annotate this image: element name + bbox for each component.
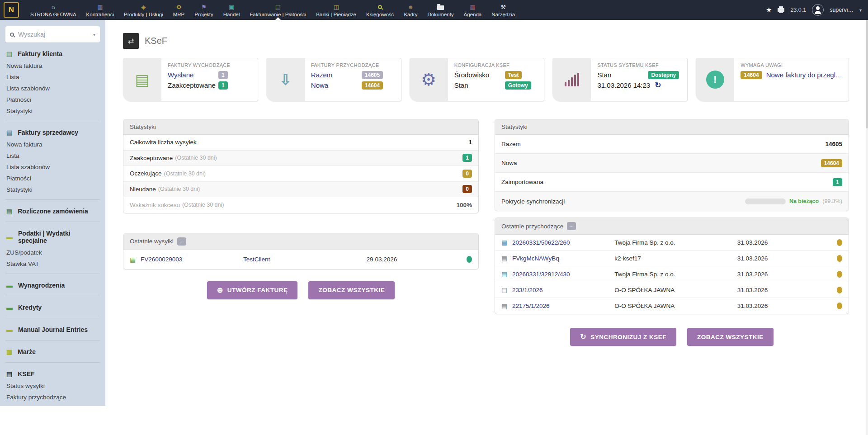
sidebar-item-zus-podatek[interactable]: ZUS/podatek [5,247,100,258]
nav-item-kontrahenci[interactable]: ▦ Kontrahenci [81,0,119,20]
more-options-icon[interactable]: … [177,237,186,246]
alert-circle-icon: ! [706,71,724,89]
count-badge: 14605 [362,71,383,79]
invoice-date: 31.03.2026 [737,271,819,278]
sidebar-item-nowa-faktura[interactable]: Nowa faktura [5,139,100,150]
invoice-number-link[interactable]: FVkgMcNAWyBq [512,255,614,262]
sidebar-section-manual-journal: ▬ Manual Journal Entries [5,325,100,340]
sidebar-item-nowa-faktura[interactable]: Nowa faktura [5,60,100,71]
sidebar-section-ksef: ▤ KSEF Status wysyłki Faktury przychodzą… [5,369,100,406]
page-header: ⇄ KSeF [123,33,849,49]
count-badge: 1 [218,81,228,90]
sidebar-item-lista-szablonow[interactable]: Lista szablonów [5,83,100,94]
sidebar-item-statystyki[interactable]: Statystyki [5,105,100,117]
sidebar-item-platnosci[interactable]: Płatności [5,173,100,184]
sidebar-item-statystyki[interactable]: Statystyki [5,184,100,195]
search-input[interactable] [18,31,89,38]
incoming-column: Statystyki Razem 14605 Nowa 14604 Zaimpo… [495,119,849,346]
bank-icon: ◫ [334,4,339,10]
sidebar-section-title[interactable]: ▬ Podatki | Wydatki specjalne [5,229,100,247]
nowa-link[interactable]: Nowa [311,81,362,89]
create-invoice-button[interactable]: ⊕ UTWÓRZ FAKTURĘ [207,281,298,299]
divider [5,318,100,318]
favorite-star-icon[interactable]: ★ [766,6,772,14]
state-badge: Gotowy [505,81,531,90]
client-name: k2-ksef17 [614,255,737,262]
sidebar-item-faktury-przychodzace[interactable]: Faktury przychodzące [5,392,100,403]
sync-ksef-button[interactable]: ↻ SYNCHRONIZUJ Z KSEF [570,328,676,346]
banknote-icon: ▬ [6,304,13,311]
nav-item-narzedzia[interactable]: ⚒ Narzędzia [486,0,520,20]
nav-item-ksiegowosc[interactable]: Księgowość [361,0,399,20]
invoice-number-link[interactable]: 233/1/2026 [512,287,614,293]
incoming-invoice-row: ▤ 233/1/2026 O-O SPÓŁKA JAWNA 31.03.2026 [495,282,849,298]
sidebar-item-lista[interactable]: Lista [5,150,100,161]
sidebar-item-stawka-vat[interactable]: Stawka VAT [5,258,100,270]
user-menu-chevron-down-icon[interactable]: ▾ [859,8,862,13]
sidebar-section-title[interactable]: ▦ Marże [5,347,100,358]
wyslane-link[interactable]: Wysłane [168,71,218,79]
invoice-number-link[interactable]: 20260331/32912/430 [512,271,614,278]
nav-item-fakturowanie[interactable]: ▤ Fakturowanie | Płatności [245,0,311,20]
card-label: KONFIGURACJA KSEF [454,62,538,68]
sidebar-item-lista-szablonow[interactable]: Lista szablonów [5,161,100,173]
sidebar-section-title[interactable]: ▤ Rozliczone zamówienia [5,207,100,218]
sidebar-section-title[interactable]: ▤ KSEF [5,369,100,380]
user-avatar[interactable] [812,4,824,16]
nav-item-banki[interactable]: ◫ Banki | Pieniądze [311,0,361,20]
nav-item-projekty[interactable]: ⚑ Projekty [189,0,218,20]
stats-incoming-panel: Statystyki Razem 14605 Nowa 14604 Zaimpo… [495,119,849,211]
new-invoices-link[interactable]: Nowe faktury do przegl… [766,71,842,79]
invoice-number-link[interactable]: FV2600029003 [141,256,243,263]
client-link[interactable]: TestClient [243,256,367,263]
stat-row: Oczekujące (Ostatnie 30 dni) 0 [123,166,478,182]
card-label: FAKTURY WYCHODZĄCE [168,62,251,68]
panel-title: Ostatnie przychodzące … [495,218,849,235]
scrollbar[interactable] [866,20,868,435]
divider [5,296,100,296]
sidebar-section-title[interactable]: ▤ Faktury klienta [5,49,100,60]
invoice-date: 29.03.2026 [367,256,449,263]
search-dropdown-caret-icon[interactable]: ▾ [93,32,95,37]
stat-value: 100% [456,202,472,208]
invoice-number-link[interactable]: 22175/1/2026 [512,303,614,309]
invoice-blue-icon: ▤ [501,286,512,293]
sidebar-section-title[interactable]: ▬ Wynagrodzenia [5,281,100,292]
refresh-icon[interactable]: ↻ [655,81,661,89]
nav-item-handel[interactable]: ▣ Handel [218,0,245,20]
nav-item-dokumenty[interactable]: Dokumenty [422,0,458,20]
invoice-blue-icon: ▤ [501,255,512,262]
view-all-outgoing-button[interactable]: ZOBACZ WSZYSTKIE [308,281,395,299]
outgoing-column: Statystyki Całkowita liczba wysyłek 1 Za… [123,119,479,299]
sidebar-section-podatki: ▬ Podatki | Wydatki specjalne ZUS/podate… [5,229,100,274]
more-options-icon[interactable]: … [567,222,576,230]
sidebar-item-lista[interactable]: Lista [5,71,100,83]
nav-item-agenda[interactable]: ▦ Agenda [459,0,487,20]
gear-icon: ⚙ [421,71,436,88]
invoice-number-link[interactable]: 20260331/50622/260 [512,239,614,246]
nav-item-produkty[interactable]: ◈ Produkty | Usługi [119,0,168,20]
sync-status: Na bieżąco [789,198,819,204]
sidebar-item-status-wysylki[interactable]: Status wysyłki [5,380,100,392]
mrp-icon: ⚙ [176,4,182,10]
nav-item-kadry[interactable]: ☻ Kadry [399,0,422,20]
sidebar-item-jak-uzywac[interactable]: Jak używać [5,403,100,406]
sidebar-section-title[interactable]: ▬ Kredyty [5,303,100,314]
printer-icon[interactable] [778,8,784,12]
sidebar-item-platnosci[interactable]: Płatności [5,94,100,105]
invoice-green-icon: ▤ [6,208,12,214]
razem-link[interactable]: Razem [311,71,362,79]
card-wymaga-uwagi: ! WYMAGA UWAGI 14604 Nowe faktury do prz… [696,58,849,101]
version-label: 23.0.1 [790,7,806,13]
app-logo[interactable]: N [4,2,19,18]
stat-value: 14605 [825,141,842,147]
view-all-incoming-button[interactable]: ZOBACZ WSZYSTKIE [687,328,774,346]
nav-item-mrp[interactable]: ⚙ MRP [168,0,190,20]
recent-incoming-panel: Ostatnie przychodzące … ▤ 20260331/50622… [495,218,849,314]
nav-item-home[interactable]: ⌂ STRONA GŁÓWNA [25,0,81,20]
sidebar-section-title[interactable]: ▬ Manual Journal Entries [5,325,100,336]
sidebar-section-title[interactable]: ▤ Faktury sprzedawcy [5,128,100,139]
plus-icon: ⊕ [217,287,223,294]
count-badge: 14604 [741,71,762,79]
invoice-blue-icon: ▤ [501,303,512,310]
